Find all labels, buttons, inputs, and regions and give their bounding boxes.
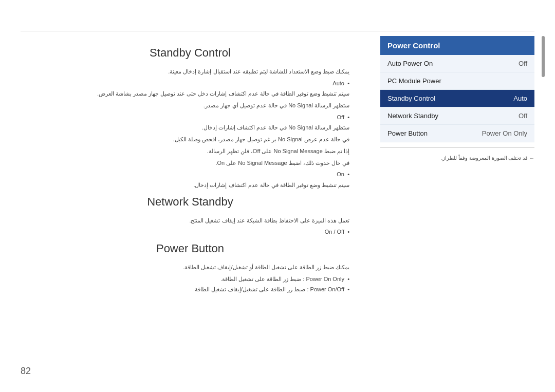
- standby-off-line2: في حالة عدم عرض No Signal بر غم توصيل جه…: [31, 135, 349, 144]
- power-button-power-on-off-line1: : ضبط زر الطاقة على تشغيل/إيقاف تشغيل ال…: [193, 286, 309, 292]
- standby-on-line1: سيتم تنشيط وضع توفير الطاقة في حالة عدم …: [31, 180, 349, 190]
- network-standby-intro: تعمل هذه الميزة على الاحتفاظ بطاقة الشبك…: [31, 216, 349, 226]
- standby-on-bullet: On: [31, 170, 349, 179]
- network-standby-onoff-label: On / Off: [325, 229, 344, 235]
- panel-note: ← قد تختلف الصورة المعروضة وفقاً للطراز.: [380, 153, 534, 163]
- panel-row-auto-power-on[interactable]: Auto Power On Off: [380, 55, 534, 72]
- panel-row-network-standby-value: Off: [519, 112, 527, 120]
- panel-row-auto-power-on-value: Off: [519, 60, 527, 67]
- standby-auto-bullet: Auto: [31, 79, 349, 88]
- standby-off-line1: ستظهر الرسالة No Signal في حالة عدم اكتش…: [31, 123, 349, 133]
- power-button-title: Power Button: [31, 242, 349, 255]
- sidebar-panel: Power Control Auto Power On Off PC Modul…: [380, 36, 534, 163]
- standby-off-bullet: Off: [31, 113, 349, 122]
- power-button-power-on-off-label: Power On/Off: [310, 286, 344, 292]
- power-button-power-on-only-line1: : ضبط زر الطاقة على تشغيل الطاقة.: [220, 276, 304, 282]
- standby-auto-line1: سيتم تنشيط وضع توفير الطاقة في حالة عدم …: [31, 89, 349, 99]
- panel-row-pc-module-power[interactable]: PC Module Power: [380, 72, 534, 90]
- standby-control-intro: يمكنك ضبط وضع الاستعداد للشاشة ليتم تطبي…: [31, 67, 349, 77]
- standby-on-label: On: [337, 171, 344, 177]
- standby-auto-label: Auto: [332, 80, 344, 86]
- main-content: Standby Control يمكنك ضبط وضع الاستعداد …: [21, 36, 360, 361]
- panel-row-pc-module-power-label: PC Module Power: [387, 77, 441, 85]
- standby-off-label: Off: [337, 114, 344, 120]
- section-network-standby: Network Standby تعمل هذه الميزة على الاح…: [31, 195, 349, 237]
- panel-row-power-button-value: Power On Only: [482, 129, 527, 137]
- network-standby-title: Network Standby: [31, 195, 349, 209]
- panel-row-network-standby-label: Network Standby: [387, 112, 438, 120]
- standby-control-title: Standby Control: [31, 46, 349, 60]
- section-standby-control: Standby Control يمكنك ضبط وضع الاستعداد …: [31, 46, 349, 190]
- panel-row-standby-control-label: Standby Control: [387, 95, 435, 102]
- standby-off-line3: إذا تم ضبط No Signal Message على Off، فل…: [31, 146, 349, 156]
- panel-divider: [380, 147, 534, 148]
- standby-off-line4: في حال حدوث ذلك، اضبط No Signal Message …: [31, 158, 349, 168]
- power-button-power-on-only-bullet: Power On Only : ضبط زر الطاقة على تشغيل …: [31, 274, 349, 284]
- scrollbar[interactable]: [542, 36, 545, 77]
- panel-row-power-button-label: Power Button: [387, 129, 428, 137]
- panel-row-power-button[interactable]: Power Button Power On Only: [380, 125, 534, 142]
- section-power-button: Power Button يمكنك ضبط زر الطاقة على تشغ…: [31, 242, 349, 294]
- panel-row-network-standby[interactable]: Network Standby Off: [380, 107, 534, 125]
- power-button-power-on-off-bullet: Power On/Off : ضبط زر الطاقة على تشغيل/إ…: [31, 285, 349, 294]
- page-number: 82: [21, 366, 31, 377]
- panel-row-standby-control-value: Auto: [513, 95, 527, 102]
- panel-row-auto-power-on-label: Auto Power On: [387, 60, 433, 67]
- power-button-intro: يمكنك ضبط زر الطاقة على تشغيل الطاقة أو …: [31, 263, 349, 272]
- power-button-power-on-only-label: Power On Only: [306, 276, 344, 282]
- standby-auto-line2: ستظهر الرسالة No Signal في حالة عدم توصي…: [31, 101, 349, 110]
- panel-row-standby-control[interactable]: Standby Control Auto: [380, 90, 534, 107]
- panel-header: Power Control: [380, 36, 534, 55]
- network-standby-onoff-bullet: On / Off: [31, 227, 349, 237]
- top-border: [21, 31, 534, 31]
